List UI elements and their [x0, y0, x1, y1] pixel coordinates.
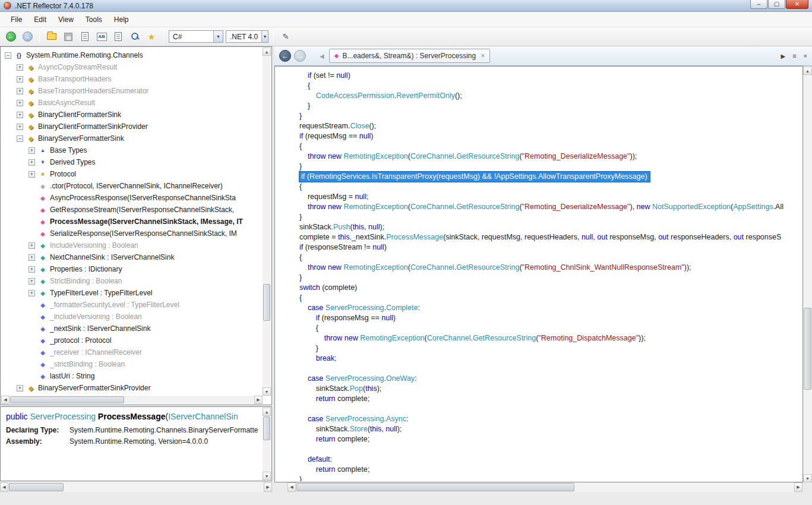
tab-close-icon[interactable]: ×: [481, 52, 485, 59]
scroll-up-arrow[interactable]: ▲: [263, 408, 271, 416]
menu-item-view[interactable]: View: [52, 13, 80, 26]
tree-horizontal-scrollbar[interactable]: ◀ ▶: [1, 396, 263, 404]
info-vertical-scrollbar[interactable]: ▲ ▼: [263, 408, 271, 480]
tab-serverprocessing[interactable]: ◆ B...eaders&, Stream&) : ServerProcessi…: [329, 49, 490, 63]
scroll-up-arrow[interactable]: ▲: [263, 48, 271, 56]
tree-row[interactable]: _protocol : Protocol: [1, 334, 263, 346]
scroll-up-arrow[interactable]: ▲: [803, 67, 812, 75]
expand-icon[interactable]: +: [29, 254, 35, 261]
save-button[interactable]: [61, 30, 75, 43]
tree-row[interactable]: +Base Types: [1, 144, 263, 156]
tree-row[interactable]: +BinaryServerFormatterSinkProvider: [1, 382, 263, 394]
history-back-button[interactable]: ←: [279, 50, 291, 62]
tree-row[interactable]: _includeVersioning : Boolean: [1, 311, 263, 323]
expand-icon[interactable]: +: [17, 100, 23, 106]
collapse-icon[interactable]: −: [5, 52, 11, 59]
scrollbar-thumb[interactable]: [263, 416, 270, 440]
tree-row[interactable]: +BaseTransportHeaders: [1, 73, 263, 85]
scroll-down-arrow[interactable]: ▼: [263, 387, 271, 396]
collapse-icon[interactable]: −: [17, 135, 23, 142]
tree[interactable]: −System.Runtime.Remoting.Channels+AsyncC…: [1, 48, 263, 396]
expand-icon[interactable]: +: [17, 88, 23, 94]
edit-button[interactable]: ✎: [279, 30, 293, 43]
expand-icon[interactable]: +: [29, 242, 35, 249]
tree-row[interactable]: +AsyncCopyStreamResult: [1, 61, 263, 73]
tree-row[interactable]: +BasicAsyncResult: [1, 97, 263, 109]
tree-row[interactable]: _nextSink : IServerChannelSink: [1, 323, 263, 334]
tree-row[interactable]: +BinaryClientFormatterSinkProvider: [1, 121, 263, 132]
scrollbar-thumb[interactable]: [263, 284, 270, 321]
expand-icon[interactable]: +: [17, 385, 23, 392]
tree-row[interactable]: −BinaryServerFormatterSink: [1, 132, 263, 144]
expand-icon[interactable]: +: [17, 112, 23, 118]
tree-row[interactable]: _receiver : IChannelReceiver: [1, 346, 263, 358]
forward-button[interactable]: →: [20, 30, 34, 43]
tree-row[interactable]: +Derived Types: [1, 156, 263, 168]
tree-row[interactable]: _strictBinding : Boolean: [1, 358, 263, 370]
open-button[interactable]: [45, 30, 59, 43]
tree-row[interactable]: +IncludeVersioning : Boolean: [1, 239, 263, 251]
left-panel-horizontal-scrollbar[interactable]: ◀ ▶: [0, 482, 272, 492]
tree-vertical-scrollbar[interactable]: ▲ ▼: [263, 48, 271, 396]
scrollbar-thumb[interactable]: [10, 396, 124, 403]
framework-select[interactable]: .NET 4.0 ▼: [226, 30, 268, 43]
disassemble-button[interactable]: AB: [94, 30, 109, 43]
chevron-down-icon[interactable]: ▼: [261, 31, 268, 42]
scroll-right-arrow[interactable]: ▶: [254, 396, 263, 404]
menu-item-help[interactable]: Help: [108, 13, 135, 26]
tab-scroll-right-icon[interactable]: ▶: [781, 53, 785, 59]
copy-button[interactable]: [78, 30, 92, 43]
scroll-right-arrow[interactable]: ▶: [794, 482, 802, 492]
menu-item-edit[interactable]: Edit: [28, 13, 52, 26]
tree-row[interactable]: +TypeFilterLevel : TypeFilterLevel: [1, 287, 263, 299]
code-horizontal-scrollbar[interactable]: ◀ ▶: [287, 482, 802, 492]
back-button[interactable]: ←: [4, 30, 18, 43]
expand-icon[interactable]: +: [29, 290, 35, 296]
language-select[interactable]: C# ▼: [169, 30, 223, 43]
chevron-down-icon[interactable]: ▼: [213, 31, 223, 42]
tree-row[interactable]: _formatterSecurityLevel : TypeFilterLeve…: [1, 299, 263, 311]
tab-scroll-left-icon[interactable]: ◀: [320, 53, 324, 59]
tree-row[interactable]: +StrictBinding : Boolean: [1, 275, 263, 287]
scroll-left-arrow[interactable]: ◀: [0, 482, 8, 492]
tree-row[interactable]: .ctor(Protocol, IServerChannelSink, ICha…: [1, 180, 263, 192]
tree-row[interactable]: lastUri : String: [1, 370, 263, 382]
tree-row[interactable]: SerializeResponse(IServerResponseChannel…: [1, 228, 263, 239]
scrollbar-thumb[interactable]: [804, 308, 811, 390]
scroll-down-arrow[interactable]: ▼: [803, 474, 812, 482]
scroll-right-arrow[interactable]: ▶: [264, 482, 272, 492]
expand-icon[interactable]: +: [17, 124, 23, 130]
maximize-button[interactable]: ▢: [768, 0, 785, 9]
scroll-down-arrow[interactable]: ▼: [263, 472, 271, 480]
minimize-button[interactable]: –: [750, 0, 767, 9]
expand-icon[interactable]: +: [17, 76, 23, 83]
tree-row[interactable]: −System.Runtime.Remoting.Channels: [1, 49, 263, 61]
scroll-left-arrow[interactable]: ◀: [1, 396, 10, 404]
expand-icon[interactable]: +: [29, 147, 35, 154]
scrollbar-thumb[interactable]: [9, 483, 64, 491]
code-panel[interactable]: if (set != null) { CodeAccessPermission.…: [274, 66, 803, 482]
scrollbar-thumb[interactable]: [296, 483, 574, 491]
favorites-button[interactable]: ★: [144, 30, 159, 43]
pane-close-icon[interactable]: ×: [804, 52, 807, 59]
expand-icon[interactable]: +: [29, 266, 35, 273]
export-button[interactable]: [111, 30, 125, 43]
tree-row[interactable]: +BinaryClientFormatterSink: [1, 109, 263, 121]
search-button[interactable]: [128, 30, 142, 43]
tree-row[interactable]: AsyncProcessResponse(IServerResponseChan…: [1, 192, 263, 204]
tree-row[interactable]: +BaseTransportHeadersEnumerator: [1, 85, 263, 97]
expand-icon[interactable]: +: [17, 64, 23, 71]
expand-icon[interactable]: +: [29, 171, 35, 178]
menu-item-tools[interactable]: Tools: [80, 13, 108, 26]
tree-row[interactable]: GetResponseStream(IServerResponseChannel…: [1, 204, 263, 216]
scroll-left-arrow[interactable]: ◀: [287, 482, 296, 492]
tab-list-icon[interactable]: ≡: [792, 52, 796, 59]
expand-icon[interactable]: +: [29, 278, 35, 285]
tree-row[interactable]: +Properties : IDictionary: [1, 263, 263, 275]
tree-row[interactable]: +Protocol: [1, 168, 263, 180]
tree-row[interactable]: +NextChannelSink : IServerChannelSink: [1, 251, 263, 263]
expand-icon[interactable]: +: [29, 159, 35, 166]
menu-item-file[interactable]: File: [5, 13, 28, 26]
history-forward-button[interactable]: →: [294, 50, 306, 62]
tree-row[interactable]: ProcessMessage(IServerChannelSinkStack, …: [1, 216, 263, 228]
